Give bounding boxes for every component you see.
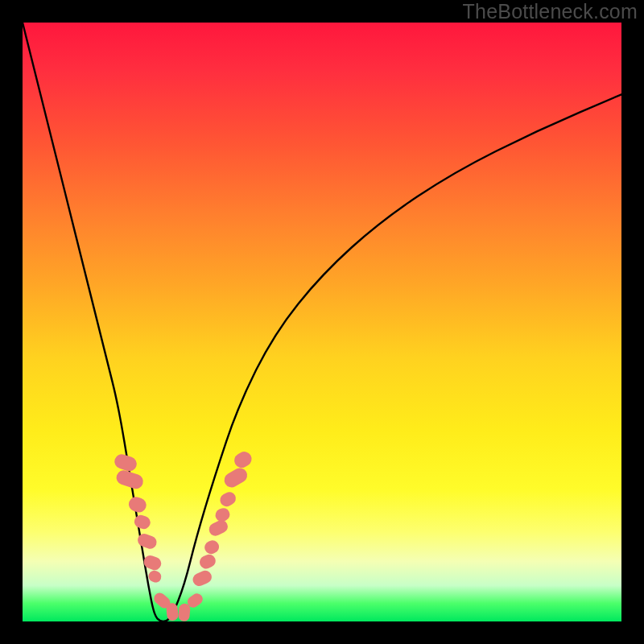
data-point bbox=[232, 449, 254, 471]
data-point bbox=[218, 489, 238, 509]
data-point bbox=[221, 465, 250, 490]
watermark-text: TheBottleneck.com bbox=[463, 0, 638, 23]
chart-svg bbox=[23, 23, 621, 621]
data-point bbox=[213, 506, 232, 523]
data-point bbox=[127, 495, 148, 514]
plot-area bbox=[23, 23, 621, 621]
data-point bbox=[191, 568, 213, 588]
data-point bbox=[133, 514, 152, 530]
data-point bbox=[198, 552, 218, 571]
figure-frame: TheBottleneck.com bbox=[0, 0, 644, 644]
bottleneck-curve bbox=[23, 23, 621, 621]
data-point bbox=[113, 452, 138, 473]
data-point bbox=[178, 603, 191, 621]
data-point bbox=[203, 539, 221, 556]
data-point bbox=[207, 518, 230, 538]
data-point bbox=[147, 569, 163, 584]
data-markers bbox=[113, 449, 254, 622]
